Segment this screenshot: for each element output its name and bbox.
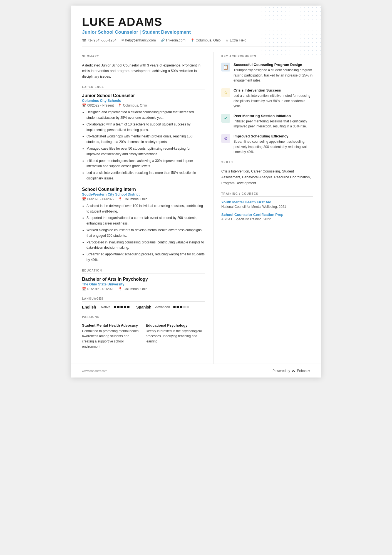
contact-extra: ☆ Extra Field <box>225 38 246 42</box>
job-meta-1: 📅 06/2022 - Present 📍 Columbus, Ohio <box>82 103 205 107</box>
dot-e-2 <box>117 306 120 308</box>
skills-section: SKILLS Crisis Intervention, Career Couns… <box>221 161 313 186</box>
job-location-2: 📍 Columbus, Ohio <box>118 197 147 201</box>
dot-e-4 <box>124 306 126 308</box>
skills-text: Crisis Intervention, Career Counseling, … <box>221 169 313 186</box>
job-title-2: School Counseling Intern <box>82 187 205 192</box>
training-item-2: School Counselor Certification Prep ASCA… <box>221 213 313 221</box>
pin-icon-1: 📍 <box>118 103 122 107</box>
left-column: SUMMARY A dedicated Junior School Counse… <box>71 52 214 364</box>
employer-1: Columbus City Schools <box>82 99 205 103</box>
training-title-2: School Counselor Certification Prep <box>221 213 313 217</box>
dot-e-1 <box>114 306 116 308</box>
lang-dots-spanish <box>173 306 189 308</box>
passion-text-2: Deeply interested in the psychological p… <box>146 329 205 344</box>
summary-text: A dedicated Junior School Counselor with… <box>82 63 205 79</box>
lang-level-spanish: Advanced <box>155 305 170 309</box>
bullet-2-3: Worked alongside counselors to develop m… <box>86 228 205 239</box>
achievement-icon-4: ⚙ <box>221 134 230 143</box>
pin-icon-2: 📍 <box>118 197 122 201</box>
bullet-2-1: Assisted in the delivery of over 100 ind… <box>86 203 205 214</box>
achievement-icon-3: ✔ <box>221 114 230 123</box>
training-title-1: Youth Mental Health First Aid <box>221 200 313 204</box>
job-dates-1: 📅 06/2022 - Present <box>82 103 114 107</box>
skills-label: SKILLS <box>221 161 313 165</box>
languages-label: LANGUAGES <box>82 297 205 302</box>
achievement-2: ☆ Crisis Intervention Success Led a cris… <box>221 88 313 109</box>
job-bullets-2: Assisted in the delivery of over 100 ind… <box>82 203 205 263</box>
training-item-1: Youth Mental Health First Aid National C… <box>221 200 313 209</box>
lang-dots-english <box>114 306 130 308</box>
passion-title-1: Student Mental Health Advocacy <box>82 323 141 327</box>
summary-section: SUMMARY A dedicated Junior School Counse… <box>82 55 205 79</box>
phone-value: +1-(234)-555-1234 <box>87 38 116 42</box>
edu-degree: Bachelor of Arts in Psychology <box>82 277 205 282</box>
experience-label: EXPERIENCE <box>82 85 205 90</box>
job-title-1: Junior School Counselor <box>82 93 205 98</box>
resume-body: SUMMARY A dedicated Junior School Counse… <box>71 52 321 364</box>
star-icon: ☆ <box>225 38 229 42</box>
bullet-1-5: Initiated peer mentoring sessions, achie… <box>86 158 205 169</box>
achievement-title-4: Improved Scheduling Efficiency <box>234 134 313 138</box>
edu-dates: 📅 01/2016 - 01/2020 <box>82 287 114 291</box>
achievement-text-2: Led a crisis intervention initiative, no… <box>234 93 313 109</box>
bullet-1-4: Managed case files for over 50 students,… <box>86 146 205 157</box>
job-bullets-1: Designed and implemented a student couns… <box>82 110 205 181</box>
calendar-icon-edu: 📅 <box>82 287 86 291</box>
job-location-1: 📍 Columbus, Ohio <box>118 103 147 107</box>
passion-item-1: Student Mental Health Advocacy Committed… <box>82 323 141 349</box>
resume-header: LUKE ADAMS Junior School Counselor | Stu… <box>71 6 321 52</box>
header-divider <box>82 46 310 46</box>
achievement-3: ✔ Peer Mentoring Session Initiation Init… <box>221 114 313 129</box>
email-icon: ✉ <box>121 38 124 42</box>
training-sub-1: National Council for Mental Wellbeing, 2… <box>221 205 313 209</box>
lang-name-english: English <box>82 305 99 309</box>
linkedin-value: linkedin.com <box>166 38 185 42</box>
passion-item-2: Educational Psychology Deeply interested… <box>146 323 205 349</box>
achievement-text-3: Initiated peer mentoring sessions that s… <box>234 119 313 129</box>
candidate-title: Junior School Counselor | Student Develo… <box>82 29 310 35</box>
brand-name: Enhancv <box>297 369 310 373</box>
passion-title-2: Educational Psychology <box>146 323 205 327</box>
contact-email: ✉ help@enhancv.com <box>121 38 156 42</box>
contact-phone: ☎ +1-(234)-555-1234 <box>82 38 116 42</box>
job-meta-2: 📅 06/2020 - 06/2022 📍 Columbus, Ohio <box>82 197 205 201</box>
bullet-1-2: Collaborated with a team of 10 teachers … <box>86 122 205 133</box>
achievement-text-4: Streamlined counseling appointment sched… <box>234 139 313 155</box>
bullet-2-4: Participated in evaluating counseling pr… <box>86 240 205 251</box>
job-entry-1: Junior School Counselor Columbus City Sc… <box>82 93 205 181</box>
location-icon: 📍 <box>190 38 195 42</box>
languages-row: English Native Spanish Advanced <box>82 305 205 309</box>
resume-page: LUKE ADAMS Junior School Counselor | Stu… <box>71 6 321 378</box>
achievement-4: ⚙ Improved Scheduling Efficiency Streaml… <box>221 134 313 155</box>
dot-s-5 <box>187 306 189 308</box>
achievement-1: 📋 Successful Counseling Program Design T… <box>221 63 313 83</box>
achievement-title-3: Peer Mentoring Session Initiation <box>234 114 313 118</box>
training-sub-2: ASCA U Specialist Training, 2022 <box>221 217 313 221</box>
achievement-content-4: Improved Scheduling Efficiency Streamlin… <box>234 134 313 155</box>
dot-s-3 <box>180 306 182 308</box>
edu-location: 📍 Columbus, Ohio <box>118 287 147 291</box>
job-dates-2: 📅 06/2020 - 06/2022 <box>82 197 114 201</box>
achievement-title-2: Crisis Intervention Success <box>234 88 313 92</box>
calendar-icon-2: 📅 <box>82 197 86 201</box>
education-section: EDUCATION Bachelor of Arts in Psychology… <box>82 269 205 291</box>
passions-label: PASSIONS <box>82 315 205 320</box>
link-icon: 🔗 <box>161 38 165 42</box>
resume-footer: www.enhancv.com Powered by ∞ Enhancv <box>71 364 321 378</box>
achievement-content-3: Peer Mentoring Session Initiation Initia… <box>234 114 313 129</box>
phone-icon: ☎ <box>82 38 86 42</box>
dot-s-1 <box>173 306 176 308</box>
bullet-2-5: Streamlined appointment scheduling proce… <box>86 252 205 263</box>
lang-name-spanish: Spanish <box>136 305 153 309</box>
footer-website: www.enhancv.com <box>82 369 107 373</box>
training-section: TRAINING / COURSES Youth Mental Health F… <box>221 192 313 221</box>
summary-label: SUMMARY <box>82 55 205 59</box>
achievement-icon-2: ☆ <box>221 88 230 97</box>
candidate-name: LUKE ADAMS <box>82 16 310 28</box>
passions-grid: Student Mental Health Advocacy Committed… <box>82 323 205 349</box>
achievement-title-1: Successful Counseling Program Design <box>234 63 313 67</box>
dot-s-2 <box>177 306 179 308</box>
passion-text-1: Committed to promoting mental health awa… <box>82 329 141 349</box>
job-entry-2: School Counseling Intern South-Western C… <box>82 187 205 263</box>
